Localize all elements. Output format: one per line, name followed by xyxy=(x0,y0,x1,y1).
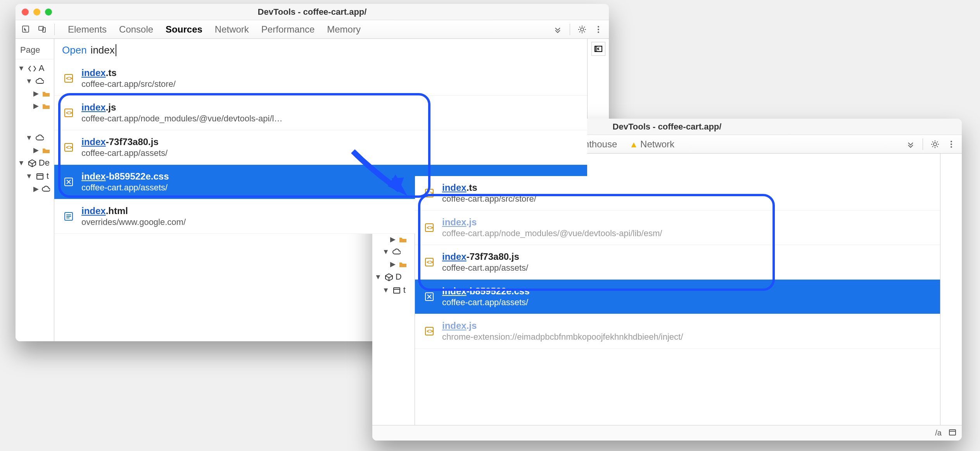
file-result-row[interactable]: <>index.jscoffee-cart.app/node_modules/@… xyxy=(54,96,587,130)
file-result-row[interactable]: <>index-73f73a80.jscoffee-cart.app/asset… xyxy=(54,130,587,165)
svg-marker-31 xyxy=(388,175,407,196)
svg-text:<>: <> xyxy=(427,190,433,196)
html-file-icon xyxy=(63,211,74,222)
tab-label: Elements xyxy=(68,24,107,35)
file-path: coffee-cart.app/node_modules/@vue/devtoo… xyxy=(81,114,282,124)
cube-icon xyxy=(27,158,36,168)
folder-icon xyxy=(41,89,50,98)
device-toggle-icon[interactable] xyxy=(36,23,49,36)
panel-tab-network[interactable]: ▲Network xyxy=(629,139,674,150)
sidebar-tab-page[interactable]: Page xyxy=(16,41,54,59)
window-maximize-button[interactable] xyxy=(45,9,52,16)
inspect-icon[interactable] xyxy=(19,23,33,36)
settings-gear-icon[interactable] xyxy=(576,23,589,36)
window-close-button[interactable] xyxy=(22,9,29,16)
script-file-icon: <> xyxy=(423,325,435,337)
tree-label: t xyxy=(403,285,406,295)
tree-label: D xyxy=(396,272,402,282)
tab-label: Sources xyxy=(166,24,202,35)
status-panel-icon[interactable] xyxy=(948,428,956,438)
svg-text:<>: <> xyxy=(66,144,72,150)
file-name-match: index xyxy=(81,137,106,147)
kebab-menu-icon[interactable] xyxy=(945,138,958,151)
folder-icon xyxy=(398,259,407,269)
warning-icon: ▲ xyxy=(629,140,638,149)
file-name-match: index xyxy=(442,217,467,227)
panel-tab-network[interactable]: Network xyxy=(215,24,249,35)
tab-label: Console xyxy=(119,24,153,35)
file-name-match: index xyxy=(442,320,467,331)
frame-icon xyxy=(392,285,401,295)
annotation-arrow-icon xyxy=(349,147,427,209)
file-result-row[interactable]: <>index-73f73a80.jscoffee-cart.app/asset… xyxy=(415,245,940,280)
file-name-rest: .js xyxy=(106,102,116,112)
folder-icon xyxy=(41,101,50,111)
file-path: coffee-cart.app/assets/ xyxy=(442,297,529,308)
panel-tab-performance[interactable]: Performance xyxy=(261,24,315,35)
file-result-row[interactable]: index-b859522e.csscoffee-cart.app/assets… xyxy=(415,280,940,314)
file-path: coffee-cart.app/src/store/ xyxy=(81,79,176,89)
brackets-icon xyxy=(27,64,36,73)
folder-icon xyxy=(41,145,50,155)
file-name-rest: -b859522e.css xyxy=(467,286,530,296)
file-name-match: index xyxy=(81,67,106,78)
css-file-icon xyxy=(423,291,435,302)
file-result-row[interactable]: <>index.tscoffee-cart.app/src/store/ xyxy=(415,176,940,211)
svg-text:<>: <> xyxy=(427,225,433,231)
frame-icon xyxy=(35,171,44,181)
panel-tab-elements[interactable]: Elements xyxy=(68,24,107,35)
panel-tab-memory[interactable]: Memory xyxy=(327,24,361,35)
svg-text:<>: <> xyxy=(427,328,433,334)
tree-label: t xyxy=(47,171,49,181)
svg-text:<>: <> xyxy=(66,75,72,81)
file-path: coffee-cart.app/src/store/ xyxy=(442,194,536,204)
file-name-rest: .js xyxy=(467,320,477,331)
kebab-menu-icon[interactable] xyxy=(592,23,605,36)
file-result-row[interactable]: <>index.tscoffee-cart.app/src/store/ xyxy=(54,61,587,96)
svg-text:<>: <> xyxy=(66,110,72,116)
more-tabs-chevron-icon[interactable] xyxy=(904,138,917,151)
window-minimize-button[interactable] xyxy=(33,9,40,16)
toggle-drawer-icon[interactable] xyxy=(591,42,605,56)
script-file-icon: <> xyxy=(63,142,74,153)
tree-label: A xyxy=(39,63,45,73)
file-name-match: index xyxy=(442,286,467,296)
file-name-match: index xyxy=(442,182,467,193)
cloud-icon xyxy=(41,184,50,194)
tab-label: Network xyxy=(215,24,249,35)
more-tabs-chevron-icon[interactable] xyxy=(551,23,564,36)
file-path: coffee-cart.app/assets/ xyxy=(81,183,169,193)
script-file-icon: <> xyxy=(63,73,74,84)
file-path: coffee-cart.app/node_modules/@vue/devtoo… xyxy=(442,228,662,238)
cloud-icon xyxy=(392,247,401,256)
tree-label: De xyxy=(39,158,50,168)
panel-tab-console[interactable]: Console xyxy=(119,24,153,35)
settings-gear-icon[interactable] xyxy=(928,138,942,151)
file-name-match: index xyxy=(81,171,106,181)
cube-icon xyxy=(384,272,393,282)
window-title: DevTools - coffee-cart.app/ xyxy=(16,7,609,17)
command-argument: index xyxy=(91,44,116,56)
file-name-rest: -73f73a80.js xyxy=(467,251,519,262)
folder-icon xyxy=(398,235,407,244)
file-path: coffee-cart.app/assets/ xyxy=(81,148,168,158)
tab-label: Performance xyxy=(261,24,315,35)
cloud-icon xyxy=(35,133,44,142)
svg-text:<>: <> xyxy=(427,259,433,265)
file-name-match: index xyxy=(81,102,106,112)
css-file-icon xyxy=(63,176,74,188)
file-name-rest: .ts xyxy=(106,67,117,78)
file-result-row[interactable]: <>index.jscoffee-cart.app/node_modules/@… xyxy=(415,211,940,245)
file-path: coffee-cart.app/assets/ xyxy=(442,263,528,273)
panel-tab-sources[interactable]: Sources xyxy=(166,24,202,35)
command-verb: Open xyxy=(62,44,87,56)
tab-label: Network xyxy=(640,139,674,149)
file-path: overrides/www.google.com/ xyxy=(81,217,186,227)
file-name-rest: .ts xyxy=(467,182,477,193)
file-name-rest: .html xyxy=(106,206,128,216)
file-result-row[interactable]: <>index.jschrome-extension://eimadpbcbfn… xyxy=(415,314,940,349)
file-name-match: index xyxy=(442,251,467,262)
file-name-match: index xyxy=(81,206,106,216)
file-path: chrome-extension://eimadpbcbfnmbkopoojfe… xyxy=(442,332,683,342)
command-menu-input[interactable]: Open index xyxy=(54,39,587,62)
